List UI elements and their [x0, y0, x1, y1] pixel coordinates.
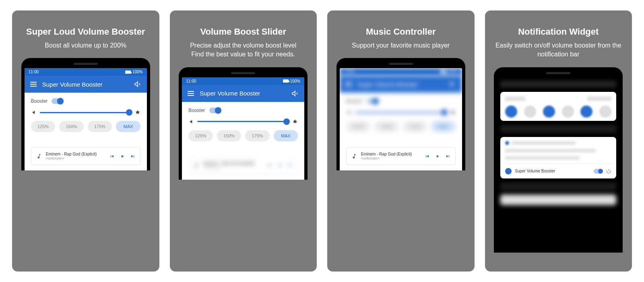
notif-app-icon [505, 141, 509, 145]
booster-label: Booster [188, 108, 205, 113]
booster-slider[interactable] [40, 112, 132, 113]
app-content: Booster 125% 150% 175% MAX E [340, 93, 462, 170]
preset-175[interactable]: 175% [88, 121, 112, 132]
booster-notification-row: Super Volume Booster [505, 168, 611, 174]
music-card: Eminem - Rap God (Explicit) <unknown> [31, 147, 140, 165]
notif-text-blurred [505, 149, 595, 152]
booster-label: Booster [31, 98, 47, 104]
blurred-row [500, 125, 616, 133]
quick-settings-card [500, 92, 616, 121]
preset-125[interactable]: 125% [188, 130, 213, 141]
booster-toggle[interactable] [209, 108, 221, 113]
booster-toggle[interactable] [52, 98, 63, 104]
panel-subtitle: Easily switch on/off volume booster from… [493, 41, 624, 59]
preset-175[interactable]: 175% [245, 130, 270, 141]
promo-panel-4: Notification Widget Easily switch on/off… [485, 10, 632, 272]
status-battery: 100% [283, 79, 301, 83]
next-icon[interactable] [130, 154, 135, 159]
qs-label-blurred [505, 97, 525, 101]
qs-icon[interactable] [524, 106, 536, 118]
promo-panel-2: Volume Boost Slider Precise adjust the v… [170, 10, 317, 272]
app-content: Booster 125% 150% 175% MAX [182, 102, 304, 180]
status-bar-blurred: 11:00 100% [340, 68, 462, 76]
app-title: Super Volume Booster [200, 90, 286, 97]
phone-frame: 11:00 100% Super Volume Booster Booster [336, 58, 465, 170]
qs-icon[interactable] [505, 106, 517, 118]
app-bar-blurred: Super Volume Booster [340, 76, 462, 93]
status-battery: 100% [125, 70, 143, 74]
track-title: Eminem - Rap God (Explicit) [46, 152, 105, 156]
slider-thumb[interactable] [283, 118, 290, 125]
presets-blurred: 125% 150% 175% MAX [346, 121, 456, 132]
app-bar: Super Volume Booster [182, 85, 304, 102]
status-bar: 11:00 100% [25, 68, 147, 76]
qs-label-blurred [587, 97, 611, 101]
phone-screen: 11:00 100% Super Volume Booster Booster [340, 68, 462, 170]
phone-frame: Super Volume Booster [494, 67, 623, 253]
slider-row-blurred [346, 110, 456, 115]
music-controls [425, 154, 450, 159]
slider-thumb[interactable] [126, 109, 132, 116]
phone-screen: 11:00 100% Super Volume Booster Booster [25, 68, 147, 170]
mute-icon[interactable] [291, 90, 299, 97]
app-bar: Super Volume Booster [25, 76, 147, 93]
music-note-icon [351, 153, 357, 159]
panel-title: Volume Boost Slider [200, 27, 286, 37]
panel-subtitle: Precise adjust the volume boost level Fi… [190, 41, 296, 59]
prev-icon[interactable] [425, 154, 429, 159]
app-title: Super Volume Booster [42, 81, 128, 88]
booster-row-blurred: Booster [346, 98, 456, 104]
music-note-icon [36, 153, 42, 159]
notification-toggle[interactable] [594, 169, 603, 174]
panel-subtitle: Boost all volume up to 200% [45, 41, 126, 50]
booster-slider[interactable] [197, 121, 289, 122]
music-card-blurred: Eminem - Rap God (Explicit) <unknown> [188, 157, 298, 174]
qs-icon[interactable] [599, 106, 611, 118]
app-content: Booster 125% 150% 175% MAX [25, 93, 147, 170]
preset-row: 125% 150% 175% MAX [188, 130, 298, 141]
panel-title: Notification Widget [518, 27, 599, 37]
promo-panel-1: Super Loud Volume Booster Boost all volu… [12, 10, 159, 272]
booster-slider-row [188, 119, 298, 124]
notification-card: Super Volume Booster [500, 137, 616, 178]
hamburger-icon[interactable] [30, 82, 37, 87]
notification-app-name: Super Volume Booster [515, 169, 590, 173]
status-time: 11:00 [29, 70, 39, 74]
music-card: Eminem - Rap God (Explicit) <unknown> [346, 147, 456, 165]
panel-subtitle: Support your favorite music player [352, 41, 450, 50]
rocket-icon [292, 119, 298, 124]
notif-text-blurred [505, 156, 580, 160]
preset-125[interactable]: 125% [31, 121, 56, 132]
next-icon[interactable] [446, 154, 450, 159]
prev-icon[interactable] [109, 154, 114, 159]
blurred-row [500, 195, 616, 205]
app-badge-icon [505, 168, 512, 174]
phone-notch [389, 63, 413, 65]
preset-row: 125% 150% 175% MAX [31, 121, 140, 132]
panel-title: Music Controller [366, 27, 436, 37]
rocket-icon [135, 110, 140, 115]
phone-frame: 11:00 100% Super Volume Booster Booster [21, 58, 150, 170]
phone-notch [231, 72, 255, 74]
booster-toggle-row: Booster [188, 108, 298, 113]
play-icon[interactable] [120, 154, 125, 159]
music-controls [109, 154, 135, 159]
qs-icon[interactable] [562, 106, 574, 118]
speaker-low-icon [188, 119, 194, 124]
preset-150[interactable]: 150% [217, 130, 242, 141]
status-time: 11:00 [186, 79, 196, 83]
mute-icon[interactable] [134, 81, 141, 88]
track-title: Eminem - Rap God (Explicit) [361, 152, 421, 156]
track-artist: <unknown> [361, 156, 421, 160]
qs-icon[interactable] [543, 106, 555, 118]
promo-panel-3: Music Controller Support your favorite m… [327, 10, 475, 272]
preset-max[interactable]: MAX [116, 121, 140, 132]
hamburger-icon[interactable] [188, 91, 194, 96]
speaker-low-icon [31, 110, 37, 115]
preset-max[interactable]: MAX [274, 130, 298, 141]
phone-notch [546, 72, 570, 74]
play-icon[interactable] [435, 154, 440, 159]
qs-icon[interactable] [580, 106, 592, 118]
preset-150[interactable]: 150% [59, 121, 84, 132]
power-icon[interactable] [606, 168, 611, 174]
